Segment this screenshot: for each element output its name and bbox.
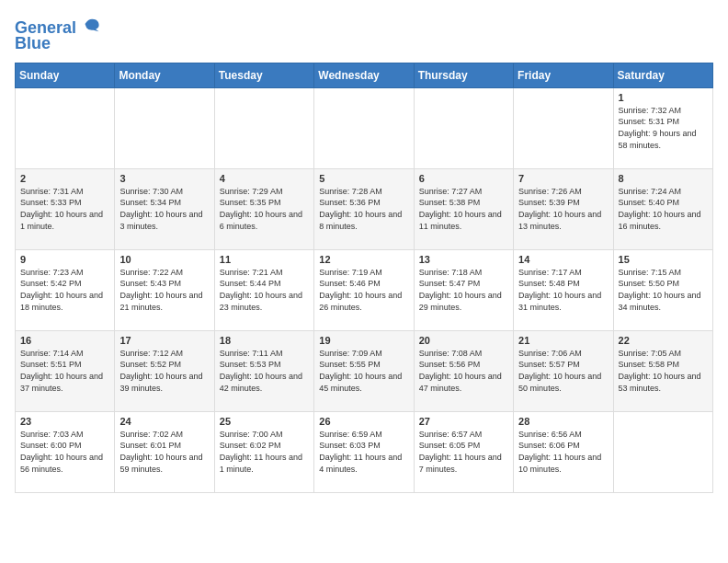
- weekday-header-wednesday: Wednesday: [314, 63, 414, 87]
- logo: General Blue: [15, 15, 101, 53]
- day-number: 5: [319, 173, 408, 184]
- day-cell: 26Sunrise: 6:59 AM Sunset: 6:03 PM Dayli…: [314, 411, 414, 492]
- day-number: 8: [619, 173, 708, 184]
- day-cell: 25Sunrise: 7:00 AM Sunset: 6:02 PM Dayli…: [214, 411, 313, 492]
- day-cell: 27Sunrise: 6:57 AM Sunset: 6:05 PM Dayli…: [414, 411, 513, 492]
- day-cell: 22Sunrise: 7:05 AM Sunset: 5:58 PM Dayli…: [613, 330, 712, 411]
- day-info: Sunrise: 7:23 AM Sunset: 5:42 PM Dayligh…: [20, 267, 109, 313]
- day-info: Sunrise: 7:27 AM Sunset: 5:38 PM Dayligh…: [419, 186, 508, 232]
- day-number: 20: [419, 335, 508, 346]
- week-row-4: 16Sunrise: 7:14 AM Sunset: 5:51 PM Dayli…: [16, 330, 713, 411]
- day-cell: 23Sunrise: 7:03 AM Sunset: 6:00 PM Dayli…: [16, 411, 115, 492]
- calendar-table: SundayMondayTuesdayWednesdayThursdayFrid…: [15, 63, 713, 493]
- weekday-header-monday: Monday: [115, 63, 214, 87]
- day-number: 19: [319, 335, 408, 346]
- weekday-header-saturday: Saturday: [613, 63, 712, 87]
- day-number: 13: [419, 254, 508, 265]
- day-cell: 17Sunrise: 7:12 AM Sunset: 5:52 PM Dayli…: [115, 330, 214, 411]
- day-cell: 24Sunrise: 7:02 AM Sunset: 6:01 PM Dayli…: [115, 411, 214, 492]
- day-info: Sunrise: 6:56 AM Sunset: 6:06 PM Dayligh…: [518, 429, 608, 475]
- day-cell: [115, 87, 214, 168]
- weekday-header-row: SundayMondayTuesdayWednesdayThursdayFrid…: [16, 63, 713, 87]
- day-info: Sunrise: 7:32 AM Sunset: 5:31 PM Dayligh…: [619, 105, 708, 151]
- day-number: 26: [319, 416, 408, 427]
- week-row-3: 9Sunrise: 7:23 AM Sunset: 5:42 PM Daylig…: [16, 249, 713, 330]
- day-number: 18: [220, 335, 309, 346]
- day-info: Sunrise: 7:28 AM Sunset: 5:36 PM Dayligh…: [319, 186, 408, 232]
- day-cell: 2Sunrise: 7:31 AM Sunset: 5:33 PM Daylig…: [16, 168, 115, 249]
- day-info: Sunrise: 7:22 AM Sunset: 5:43 PM Dayligh…: [119, 267, 209, 313]
- day-number: 15: [619, 254, 708, 265]
- day-cell: [613, 411, 712, 492]
- day-info: Sunrise: 7:06 AM Sunset: 5:57 PM Dayligh…: [518, 348, 608, 394]
- day-number: 7: [518, 173, 608, 184]
- day-cell: 1Sunrise: 7:32 AM Sunset: 5:31 PM Daylig…: [613, 87, 712, 168]
- weekday-header-thursday: Thursday: [414, 63, 513, 87]
- day-cell: 8Sunrise: 7:24 AM Sunset: 5:40 PM Daylig…: [613, 168, 712, 249]
- day-number: 27: [419, 416, 508, 427]
- day-info: Sunrise: 7:21 AM Sunset: 5:44 PM Dayligh…: [220, 267, 309, 313]
- day-number: 10: [119, 254, 209, 265]
- day-info: Sunrise: 6:57 AM Sunset: 6:05 PM Dayligh…: [419, 429, 508, 475]
- day-cell: 13Sunrise: 7:18 AM Sunset: 5:47 PM Dayli…: [414, 249, 513, 330]
- logo-icon: [83, 15, 101, 33]
- day-cell: [16, 87, 115, 168]
- day-info: Sunrise: 7:14 AM Sunset: 5:51 PM Dayligh…: [20, 348, 109, 394]
- day-number: 23: [20, 416, 109, 427]
- day-info: Sunrise: 7:17 AM Sunset: 5:48 PM Dayligh…: [518, 267, 608, 313]
- day-info: Sunrise: 7:12 AM Sunset: 5:52 PM Dayligh…: [119, 348, 209, 394]
- weekday-header-tuesday: Tuesday: [214, 63, 313, 87]
- day-info: Sunrise: 7:09 AM Sunset: 5:55 PM Dayligh…: [319, 348, 408, 394]
- day-number: 21: [518, 335, 608, 346]
- day-cell: 15Sunrise: 7:15 AM Sunset: 5:50 PM Dayli…: [613, 249, 712, 330]
- day-cell: 9Sunrise: 7:23 AM Sunset: 5:42 PM Daylig…: [16, 249, 115, 330]
- day-cell: 4Sunrise: 7:29 AM Sunset: 5:35 PM Daylig…: [214, 168, 313, 249]
- day-cell: 18Sunrise: 7:11 AM Sunset: 5:53 PM Dayli…: [214, 330, 313, 411]
- day-info: Sunrise: 6:59 AM Sunset: 6:03 PM Dayligh…: [319, 429, 408, 475]
- day-number: 6: [419, 173, 508, 184]
- day-number: 24: [119, 416, 209, 427]
- week-row-2: 2Sunrise: 7:31 AM Sunset: 5:33 PM Daylig…: [16, 168, 713, 249]
- day-number: 14: [518, 254, 608, 265]
- day-info: Sunrise: 7:08 AM Sunset: 5:56 PM Dayligh…: [419, 348, 508, 394]
- day-info: Sunrise: 7:15 AM Sunset: 5:50 PM Dayligh…: [619, 267, 708, 313]
- day-number: 25: [220, 416, 309, 427]
- day-number: 3: [119, 173, 209, 184]
- day-cell: [514, 87, 613, 168]
- day-number: 9: [20, 254, 109, 265]
- day-cell: 28Sunrise: 6:56 AM Sunset: 6:06 PM Dayli…: [514, 411, 613, 492]
- day-cell: 21Sunrise: 7:06 AM Sunset: 5:57 PM Dayli…: [514, 330, 613, 411]
- weekday-header-sunday: Sunday: [16, 63, 115, 87]
- day-info: Sunrise: 7:26 AM Sunset: 5:39 PM Dayligh…: [518, 186, 608, 232]
- day-cell: 14Sunrise: 7:17 AM Sunset: 5:48 PM Dayli…: [514, 249, 613, 330]
- day-number: 2: [20, 173, 109, 184]
- day-cell: 5Sunrise: 7:28 AM Sunset: 5:36 PM Daylig…: [314, 168, 414, 249]
- day-cell: [314, 87, 414, 168]
- day-cell: 20Sunrise: 7:08 AM Sunset: 5:56 PM Dayli…: [414, 330, 513, 411]
- day-number: 22: [619, 335, 708, 346]
- day-info: Sunrise: 7:11 AM Sunset: 5:53 PM Dayligh…: [220, 348, 309, 394]
- weekday-header-friday: Friday: [514, 63, 613, 87]
- day-info: Sunrise: 7:05 AM Sunset: 5:58 PM Dayligh…: [619, 348, 708, 394]
- day-cell: 16Sunrise: 7:14 AM Sunset: 5:51 PM Dayli…: [16, 330, 115, 411]
- day-number: 17: [119, 335, 209, 346]
- day-cell: 7Sunrise: 7:26 AM Sunset: 5:39 PM Daylig…: [514, 168, 613, 249]
- day-number: 11: [220, 254, 309, 265]
- day-info: Sunrise: 7:29 AM Sunset: 5:35 PM Dayligh…: [220, 186, 309, 232]
- day-info: Sunrise: 7:18 AM Sunset: 5:47 PM Dayligh…: [419, 267, 508, 313]
- day-cell: 11Sunrise: 7:21 AM Sunset: 5:44 PM Dayli…: [214, 249, 313, 330]
- day-info: Sunrise: 7:00 AM Sunset: 6:02 PM Dayligh…: [220, 429, 309, 475]
- day-cell: 6Sunrise: 7:27 AM Sunset: 5:38 PM Daylig…: [414, 168, 513, 249]
- day-cell: 12Sunrise: 7:19 AM Sunset: 5:46 PM Dayli…: [314, 249, 414, 330]
- day-cell: 10Sunrise: 7:22 AM Sunset: 5:43 PM Dayli…: [115, 249, 214, 330]
- day-info: Sunrise: 7:02 AM Sunset: 6:01 PM Dayligh…: [119, 429, 209, 475]
- day-info: Sunrise: 7:19 AM Sunset: 5:46 PM Dayligh…: [319, 267, 408, 313]
- day-info: Sunrise: 7:24 AM Sunset: 5:40 PM Dayligh…: [619, 186, 708, 232]
- day-number: 4: [220, 173, 309, 184]
- day-cell: [414, 87, 513, 168]
- day-number: 16: [20, 335, 109, 346]
- day-number: 28: [518, 416, 608, 427]
- day-info: Sunrise: 7:30 AM Sunset: 5:34 PM Dayligh…: [119, 186, 209, 232]
- day-number: 12: [319, 254, 408, 265]
- day-number: 1: [619, 92, 708, 103]
